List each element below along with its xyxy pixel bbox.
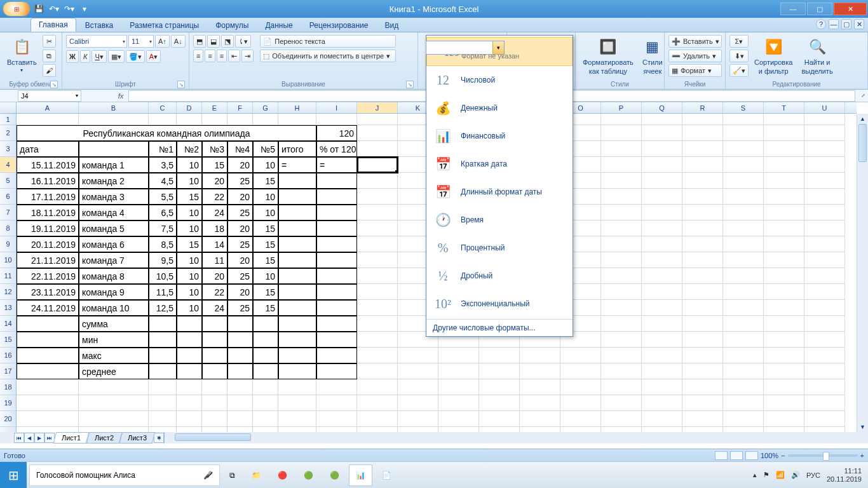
cell[interactable] <box>357 348 398 363</box>
cell[interactable]: 10 <box>177 284 202 300</box>
cell[interactable]: 20.11.2019 <box>17 236 79 252</box>
tray-lang[interactable]: РУС <box>806 471 820 479</box>
cell[interactable] <box>227 411 253 427</box>
cell[interactable] <box>682 379 723 395</box>
cell[interactable] <box>804 189 845 205</box>
cell[interactable]: №5 <box>253 141 278 157</box>
cell[interactable]: 23.11.2019 <box>17 284 79 300</box>
cell[interactable]: команда 1 <box>79 157 149 173</box>
sheet-nav-prev[interactable]: ◀ <box>24 433 34 443</box>
cell[interactable] <box>601 348 642 363</box>
cell[interactable] <box>316 114 357 125</box>
cell[interactable] <box>682 332 723 348</box>
cell[interactable] <box>560 395 601 411</box>
col-header-T[interactable]: T <box>764 102 804 113</box>
cell[interactable] <box>642 141 682 157</box>
cell[interactable]: 20 <box>227 157 253 173</box>
align-left-icon[interactable]: ≡ <box>193 50 203 62</box>
cell[interactable] <box>438 395 479 411</box>
save-icon[interactable]: 💾 <box>32 2 46 16</box>
cell[interactable] <box>723 252 764 268</box>
cell[interactable] <box>79 379 149 395</box>
condfmt-button[interactable]: 🔲Форматироватькак таблицу <box>580 35 637 77</box>
cell[interactable]: 15 <box>253 300 278 316</box>
cell[interactable] <box>723 268 764 284</box>
cell[interactable] <box>764 379 804 395</box>
cell[interactable] <box>764 316 804 332</box>
cell[interactable] <box>642 220 682 236</box>
cell[interactable] <box>357 252 398 268</box>
tab-view[interactable]: Вид <box>377 19 406 32</box>
cell[interactable]: сумма <box>79 316 149 332</box>
cell[interactable] <box>278 205 316 220</box>
cell[interactable] <box>764 141 804 157</box>
cell[interactable]: 24 <box>202 300 227 316</box>
cell[interactable]: команда 5 <box>79 220 149 236</box>
col-header-J[interactable]: J <box>357 102 398 113</box>
cell[interactable] <box>278 268 316 284</box>
cell[interactable]: 10 <box>177 252 202 268</box>
cell[interactable] <box>642 316 682 332</box>
taskbar-chrome1[interactable]: 🟢 <box>297 464 320 486</box>
cell[interactable]: 10 <box>177 157 202 173</box>
orientation-icon[interactable]: ⤹▾ <box>235 35 251 48</box>
cell[interactable]: №1 <box>149 141 177 157</box>
cell[interactable]: 15 <box>253 284 278 300</box>
borders-icon[interactable]: ▦▾ <box>108 50 125 63</box>
cell[interactable] <box>357 173 398 189</box>
cell[interactable]: 6,5 <box>149 205 177 220</box>
cell[interactable] <box>177 395 202 411</box>
cell[interactable] <box>202 395 227 411</box>
cell[interactable] <box>398 363 438 379</box>
cell[interactable] <box>764 348 804 363</box>
fmt-item-5[interactable]: 📅Длинный формат даты <box>426 178 573 206</box>
cell[interactable]: команда 7 <box>79 252 149 268</box>
cell[interactable] <box>479 395 520 411</box>
cell[interactable] <box>723 332 764 348</box>
cell[interactable] <box>177 316 202 332</box>
cell[interactable]: 25 <box>227 173 253 189</box>
cell[interactable] <box>642 379 682 395</box>
cell[interactable] <box>723 284 764 300</box>
cell[interactable] <box>438 379 479 395</box>
cell[interactable] <box>278 252 316 268</box>
cell[interactable] <box>149 332 177 348</box>
cell[interactable] <box>601 411 642 427</box>
cell[interactable] <box>17 316 79 332</box>
cell[interactable] <box>17 411 79 427</box>
taskbar-opera[interactable]: 🔴 <box>271 464 294 486</box>
cell[interactable] <box>79 411 149 427</box>
row-header-14[interactable]: 14 <box>0 316 16 332</box>
cell[interactable]: 17.11.2019 <box>17 189 79 205</box>
cell[interactable] <box>227 348 253 363</box>
cell[interactable] <box>723 348 764 363</box>
cell[interactable] <box>278 363 316 379</box>
delete-cells-button[interactable]: ➖ Удалить ▾ <box>668 50 722 62</box>
col-header-A[interactable]: A <box>17 102 79 113</box>
cell[interactable]: 11,5 <box>149 284 177 300</box>
cell[interactable]: 20 <box>202 268 227 284</box>
font-launcher[interactable]: ↘ <box>177 81 185 88</box>
cell[interactable] <box>723 173 764 189</box>
cell[interactable] <box>316 316 357 332</box>
cell[interactable] <box>316 173 357 189</box>
cell[interactable]: 12,5 <box>149 300 177 316</box>
cell[interactable] <box>149 395 177 411</box>
cell[interactable] <box>601 220 642 236</box>
cell[interactable] <box>764 395 804 411</box>
cell[interactable] <box>357 125 398 141</box>
cell[interactable] <box>682 411 723 427</box>
cell[interactable] <box>316 236 357 252</box>
cell[interactable] <box>804 284 845 300</box>
cell[interactable]: команда 4 <box>79 205 149 220</box>
tab-home[interactable]: Главная <box>31 18 76 32</box>
cell[interactable] <box>398 379 438 395</box>
fmt-item-8[interactable]: ½Дробный <box>426 262 573 290</box>
cell[interactable] <box>682 363 723 379</box>
cell[interactable] <box>357 332 398 348</box>
cell[interactable] <box>278 114 316 125</box>
cell[interactable] <box>642 114 682 125</box>
sort-filter-button[interactable]: 🔽Сортировкаи фильтр <box>751 35 796 77</box>
taskbar-explorer[interactable]: 📁 <box>245 464 268 486</box>
cell[interactable] <box>723 220 764 236</box>
